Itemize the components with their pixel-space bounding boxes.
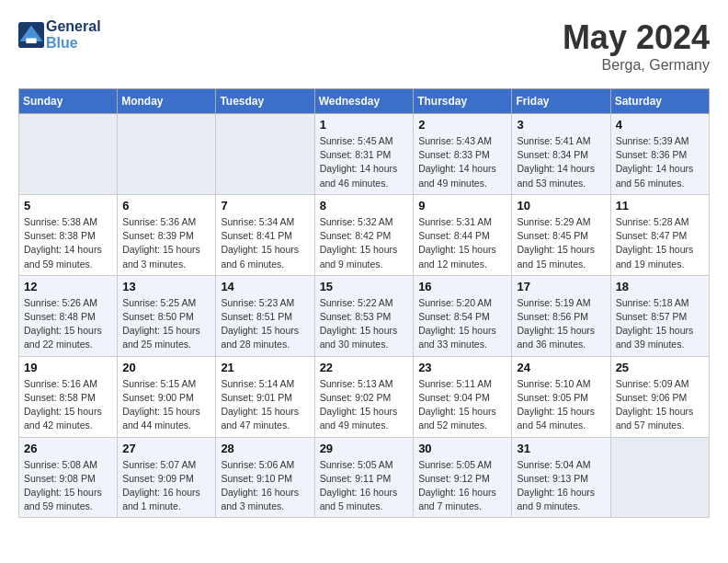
- calendar-cell: 1Sunrise: 5:45 AMSunset: 8:31 PMDaylight…: [314, 114, 414, 195]
- calendar-cell: 4Sunrise: 5:39 AMSunset: 8:36 PMDaylight…: [610, 114, 709, 195]
- calendar-cell: [610, 437, 709, 518]
- day-info: Sunrise: 5:45 AMSunset: 8:31 PMDaylight:…: [320, 134, 409, 190]
- calendar-week-row: 1Sunrise: 5:45 AMSunset: 8:31 PMDaylight…: [19, 114, 710, 195]
- day-number: 13: [122, 280, 210, 293]
- calendar-cell: 12Sunrise: 5:26 AMSunset: 8:48 PMDayligh…: [19, 275, 118, 356]
- day-number: 27: [122, 442, 210, 455]
- day-number: 23: [418, 361, 506, 374]
- calendar-cell: 17Sunrise: 5:19 AMSunset: 8:56 PMDayligh…: [512, 275, 610, 356]
- day-number: 20: [122, 361, 210, 374]
- calendar-cell: [118, 114, 216, 195]
- day-info: Sunrise: 5:38 AMSunset: 8:38 PMDaylight:…: [24, 215, 112, 271]
- day-info: Sunrise: 5:22 AMSunset: 8:53 PMDaylight:…: [320, 296, 409, 352]
- day-info: Sunrise: 5:05 AMSunset: 9:11 PMDaylight:…: [320, 458, 409, 514]
- calendar-cell: 23Sunrise: 5:11 AMSunset: 9:04 PMDayligh…: [414, 356, 512, 437]
- calendar-cell: 29Sunrise: 5:05 AMSunset: 9:11 PMDayligh…: [314, 437, 414, 518]
- calendar-cell: 10Sunrise: 5:29 AMSunset: 8:45 PMDayligh…: [512, 194, 610, 275]
- day-info: Sunrise: 5:08 AMSunset: 9:08 PMDaylight:…: [24, 458, 112, 514]
- calendar-cell: 20Sunrise: 5:15 AMSunset: 9:00 PMDayligh…: [118, 356, 216, 437]
- calendar-cell: [216, 114, 314, 195]
- day-info: Sunrise: 5:25 AMSunset: 8:50 PMDaylight:…: [122, 296, 210, 352]
- calendar-week-row: 5Sunrise: 5:38 AMSunset: 8:38 PMDaylight…: [19, 194, 710, 275]
- logo-icon: [18, 22, 44, 48]
- calendar-week-row: 26Sunrise: 5:08 AMSunset: 9:08 PMDayligh…: [19, 437, 710, 518]
- day-number: 3: [517, 118, 605, 132]
- day-info: Sunrise: 5:15 AMSunset: 9:00 PMDaylight:…: [122, 377, 210, 433]
- day-info: Sunrise: 5:07 AMSunset: 9:09 PMDaylight:…: [122, 458, 210, 514]
- day-info: Sunrise: 5:10 AMSunset: 9:05 PMDaylight:…: [517, 377, 605, 433]
- calendar-cell: 13Sunrise: 5:25 AMSunset: 8:50 PMDayligh…: [118, 275, 216, 356]
- calendar-cell: 31Sunrise: 5:04 AMSunset: 9:13 PMDayligh…: [512, 437, 610, 518]
- day-info: Sunrise: 5:20 AMSunset: 8:54 PMDaylight:…: [418, 296, 506, 352]
- calendar-cell: [19, 114, 118, 195]
- day-number: 30: [418, 442, 506, 455]
- day-number: 6: [122, 199, 210, 213]
- day-number: 10: [517, 199, 605, 213]
- day-number: 2: [418, 118, 506, 132]
- calendar-cell: 22Sunrise: 5:13 AMSunset: 9:02 PMDayligh…: [314, 356, 414, 437]
- day-info: Sunrise: 5:16 AMSunset: 8:58 PMDaylight:…: [24, 377, 112, 433]
- calendar-cell: 21Sunrise: 5:14 AMSunset: 9:01 PMDayligh…: [216, 356, 314, 437]
- day-info: Sunrise: 5:09 AMSunset: 9:06 PMDaylight:…: [616, 377, 704, 433]
- day-info: Sunrise: 5:06 AMSunset: 9:10 PMDaylight:…: [221, 458, 309, 514]
- calendar-week-row: 12Sunrise: 5:26 AMSunset: 8:48 PMDayligh…: [19, 275, 710, 356]
- day-number: 22: [320, 361, 409, 374]
- day-number: 16: [418, 280, 506, 293]
- day-info: Sunrise: 5:36 AMSunset: 8:39 PMDaylight:…: [122, 215, 210, 271]
- day-number: 29: [320, 442, 409, 455]
- calendar-table: SundayMondayTuesdayWednesdayThursdayFrid…: [18, 88, 710, 518]
- month-title: May 2024: [563, 18, 710, 57]
- day-info: Sunrise: 5:31 AMSunset: 8:44 PMDaylight:…: [418, 215, 506, 271]
- calendar-cell: 2Sunrise: 5:43 AMSunset: 8:33 PMDaylight…: [414, 114, 512, 195]
- day-info: Sunrise: 5:13 AMSunset: 9:02 PMDaylight:…: [320, 377, 409, 433]
- day-info: Sunrise: 5:41 AMSunset: 8:34 PMDaylight:…: [517, 134, 605, 190]
- calendar-cell: 28Sunrise: 5:06 AMSunset: 9:10 PMDayligh…: [216, 437, 314, 518]
- day-number: 8: [320, 199, 409, 213]
- calendar-cell: 25Sunrise: 5:09 AMSunset: 9:06 PMDayligh…: [610, 356, 709, 437]
- day-info: Sunrise: 5:39 AMSunset: 8:36 PMDaylight:…: [616, 134, 704, 190]
- day-info: Sunrise: 5:34 AMSunset: 8:41 PMDaylight:…: [221, 215, 309, 271]
- calendar-cell: 11Sunrise: 5:28 AMSunset: 8:47 PMDayligh…: [610, 194, 709, 275]
- day-info: Sunrise: 5:43 AMSunset: 8:33 PMDaylight:…: [418, 134, 506, 190]
- day-info: Sunrise: 5:19 AMSunset: 8:56 PMDaylight:…: [517, 296, 605, 352]
- logo: General Blue: [18, 18, 101, 52]
- day-info: Sunrise: 5:14 AMSunset: 9:01 PMDaylight:…: [221, 377, 309, 433]
- calendar-cell: 7Sunrise: 5:34 AMSunset: 8:41 PMDaylight…: [216, 194, 314, 275]
- day-info: Sunrise: 5:04 AMSunset: 9:13 PMDaylight:…: [517, 458, 605, 514]
- day-number: 18: [616, 280, 704, 293]
- calendar-cell: 16Sunrise: 5:20 AMSunset: 8:54 PMDayligh…: [414, 275, 512, 356]
- calendar-cell: 8Sunrise: 5:32 AMSunset: 8:42 PMDaylight…: [314, 194, 414, 275]
- calendar-cell: 30Sunrise: 5:05 AMSunset: 9:12 PMDayligh…: [414, 437, 512, 518]
- day-number: 19: [24, 361, 112, 374]
- day-number: 1: [320, 118, 409, 132]
- day-number: 17: [517, 280, 605, 293]
- day-number: 7: [221, 199, 309, 213]
- calendar-cell: 19Sunrise: 5:16 AMSunset: 8:58 PMDayligh…: [19, 356, 118, 437]
- title-block: May 2024 Berga, Germany: [563, 18, 710, 74]
- logo-text: General Blue: [46, 18, 101, 52]
- day-number: 26: [24, 442, 112, 455]
- day-number: 5: [24, 199, 112, 213]
- calendar-cell: 5Sunrise: 5:38 AMSunset: 8:38 PMDaylight…: [19, 194, 118, 275]
- weekday-header: Friday: [512, 89, 610, 114]
- calendar-cell: 18Sunrise: 5:18 AMSunset: 8:57 PMDayligh…: [610, 275, 709, 356]
- calendar-cell: 14Sunrise: 5:23 AMSunset: 8:51 PMDayligh…: [216, 275, 314, 356]
- weekday-header: Saturday: [610, 89, 709, 114]
- day-info: Sunrise: 5:23 AMSunset: 8:51 PMDaylight:…: [221, 296, 309, 352]
- location-title: Berga, Germany: [563, 57, 710, 74]
- calendar-cell: 26Sunrise: 5:08 AMSunset: 9:08 PMDayligh…: [19, 437, 118, 518]
- weekday-header: Wednesday: [314, 89, 414, 114]
- day-number: 12: [24, 280, 112, 293]
- calendar-week-row: 19Sunrise: 5:16 AMSunset: 8:58 PMDayligh…: [19, 356, 710, 437]
- day-number: 4: [616, 118, 704, 132]
- day-info: Sunrise: 5:18 AMSunset: 8:57 PMDaylight:…: [616, 296, 704, 352]
- weekday-header: Thursday: [414, 89, 512, 114]
- day-number: 28: [221, 442, 309, 455]
- day-number: 25: [616, 361, 704, 374]
- calendar-header-row: SundayMondayTuesdayWednesdayThursdayFrid…: [19, 89, 710, 114]
- day-number: 21: [221, 361, 309, 374]
- day-info: Sunrise: 5:29 AMSunset: 8:45 PMDaylight:…: [517, 215, 605, 271]
- weekday-header: Sunday: [19, 89, 118, 114]
- calendar-cell: 9Sunrise: 5:31 AMSunset: 8:44 PMDaylight…: [414, 194, 512, 275]
- svg-rect-2: [26, 39, 36, 44]
